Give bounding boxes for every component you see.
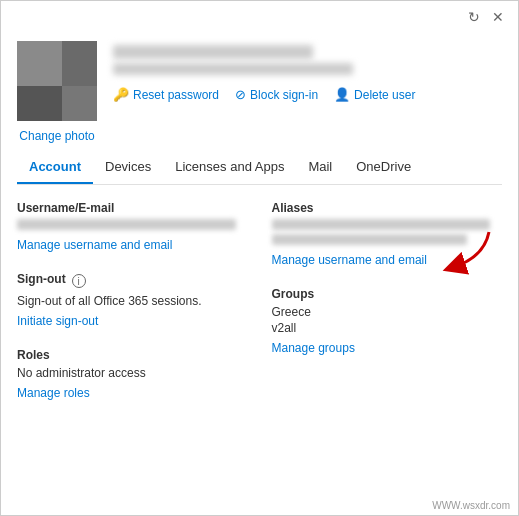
aliases-section: Aliases Manage username and email xyxy=(272,201,503,267)
delete-user-button[interactable]: 👤 Delete user xyxy=(334,87,415,102)
refresh-button[interactable]: ↻ xyxy=(462,5,486,29)
delete-user-icon: 👤 xyxy=(334,87,350,102)
manage-roles-link[interactable]: Manage roles xyxy=(17,386,90,400)
manage-username-email-link-right[interactable]: Manage username and email xyxy=(272,253,427,267)
groups-item-greece: Greece xyxy=(272,305,503,319)
close-icon: ✕ xyxy=(492,9,504,25)
initiate-sign-out-link[interactable]: Initiate sign-out xyxy=(17,314,98,328)
groups-title: Groups xyxy=(272,287,503,301)
close-button[interactable]: ✕ xyxy=(486,5,510,29)
sign-out-section: Sign-out i Sign-out of all Office 365 se… xyxy=(17,272,248,328)
right-column: Aliases Manage username and email Groups… xyxy=(272,201,503,420)
block-signin-label: Block sign-in xyxy=(250,88,318,102)
manage-groups-link[interactable]: Manage groups xyxy=(272,341,355,355)
block-signin-button[interactable]: ⊘ Block sign-in xyxy=(235,87,318,102)
aliases-value2-blurred xyxy=(272,234,468,245)
reset-password-icon: 🔑 xyxy=(113,87,129,102)
sign-out-description: Sign-out of all Office 365 sessions. xyxy=(17,294,248,308)
action-buttons: 🔑 Reset password ⊘ Block sign-in 👤 Delet… xyxy=(113,87,502,102)
aliases-title: Aliases xyxy=(272,201,503,215)
groups-item-v2all: v2all xyxy=(272,321,503,335)
user-email-blurred xyxy=(113,63,353,75)
tab-account[interactable]: Account xyxy=(17,151,93,184)
header-right: 🔑 Reset password ⊘ Block sign-in 👤 Delet… xyxy=(113,41,502,102)
main-content: Username/E-mail Manage username and emai… xyxy=(1,185,518,420)
roles-section: Roles No administrator access Manage rol… xyxy=(17,348,248,400)
roles-title: Roles xyxy=(17,348,248,362)
sign-out-title: Sign-out xyxy=(17,272,66,286)
tab-onedrive[interactable]: OneDrive xyxy=(344,151,423,184)
user-name-blurred xyxy=(113,45,313,59)
tabs: Account Devices Licenses and Apps Mail O… xyxy=(17,151,502,185)
sign-out-title-row: Sign-out i xyxy=(17,272,248,290)
reset-password-label: Reset password xyxy=(133,88,219,102)
delete-user-label: Delete user xyxy=(354,88,415,102)
refresh-icon: ↻ xyxy=(468,9,480,25)
tab-licenses-apps[interactable]: Licenses and Apps xyxy=(163,151,296,184)
title-bar: ↻ ✕ xyxy=(1,1,518,33)
watermark: WWW.wsxdr.com xyxy=(432,500,510,511)
aliases-value1-blurred xyxy=(272,219,491,230)
tab-mail[interactable]: Mail xyxy=(296,151,344,184)
manage-username-email-link-left[interactable]: Manage username and email xyxy=(17,238,172,252)
groups-section: Groups Greece v2all Manage groups xyxy=(272,287,503,355)
username-email-section: Username/E-mail Manage username and emai… xyxy=(17,201,248,252)
username-email-title: Username/E-mail xyxy=(17,201,248,215)
username-email-value-blurred xyxy=(17,219,236,230)
change-photo-link[interactable]: Change photo xyxy=(19,129,94,143)
roles-description: No administrator access xyxy=(17,366,248,380)
left-column: Username/E-mail Manage username and emai… xyxy=(17,201,248,420)
header: Change photo 🔑 Reset password ⊘ Block si… xyxy=(1,33,518,143)
reset-password-button[interactable]: 🔑 Reset password xyxy=(113,87,219,102)
sign-out-info-icon: i xyxy=(72,274,86,288)
avatar xyxy=(17,41,97,121)
block-signin-icon: ⊘ xyxy=(235,87,246,102)
tab-devices[interactable]: Devices xyxy=(93,151,163,184)
